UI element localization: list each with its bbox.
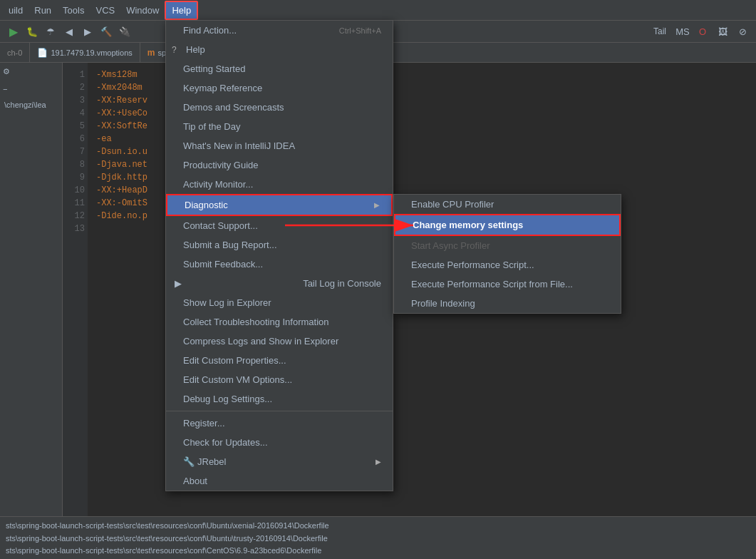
demos-label: Demos and Screencasts xyxy=(183,102,284,113)
submit-feedback-label: Submit Feedback... xyxy=(183,259,263,270)
back-button[interactable]: ◀ xyxy=(61,24,77,39)
help-keymap[interactable]: Keymap Reference xyxy=(166,78,393,98)
menu-build[interactable]: uild xyxy=(3,2,29,19)
help-tip[interactable]: Tip of the Day xyxy=(166,117,393,136)
start-async-label: Start Async Profiler xyxy=(411,240,490,251)
tab-label: 191.7479.19.vmoptions xyxy=(51,48,132,57)
whats-new-label: What's New in IntelliJ IDEA xyxy=(183,140,295,151)
find-action-label: Find Action... xyxy=(183,25,237,36)
jrebel-arrow: ▶ xyxy=(376,458,381,466)
diagnostic-arrow: ▶ xyxy=(374,201,380,209)
breadcrumb-sidebar: \chengzi\lea xyxy=(0,98,62,112)
settings-icon: ⚙ xyxy=(3,67,10,76)
productivity-label: Productivity Guide xyxy=(183,160,259,170)
activity-monitor-label: Activity Monitor... xyxy=(183,179,253,190)
menu-vcs[interactable]: VCS xyxy=(90,2,120,19)
line-numbers: 12345 678910 111213 xyxy=(63,63,88,516)
change-memory-label: Change memory settings xyxy=(413,220,523,230)
sidebar-settings[interactable]: ⚙ xyxy=(0,63,62,81)
help-compress-logs[interactable]: Compress Logs and Show in Explorer xyxy=(166,332,393,351)
menu-window[interactable]: Window xyxy=(120,2,165,19)
jrebel-label: JRebel xyxy=(197,456,226,467)
about-label: About xyxy=(183,476,207,486)
help-edit-vm-options[interactable]: Edit Custom VM Options... xyxy=(166,370,393,389)
tail-button[interactable]: Tail xyxy=(649,24,670,39)
menu-bar: uild Run Tools VCS Window Help xyxy=(0,0,756,20)
tab-ch0[interactable]: ch-0 xyxy=(0,43,30,63)
help-separator xyxy=(166,411,393,411)
execute-perf-label: Execute Performance Script... xyxy=(411,260,534,270)
help-menu: Find Action... Ctrl+Shift+A Help Getting… xyxy=(165,20,393,491)
menu-help[interactable]: Help xyxy=(165,1,198,20)
help-collect-troubleshoot[interactable]: Collect Troubleshooting Information xyxy=(166,312,393,332)
tab-vmoptions-1[interactable]: 📄 191.7479.19.vmoptions xyxy=(30,43,140,63)
help-register[interactable]: Register... xyxy=(166,414,393,433)
coverage-button[interactable]: ☂ xyxy=(43,24,58,39)
debug-button[interactable]: 🐛 xyxy=(24,24,40,39)
tail-log-label: Tail Log in Console xyxy=(303,278,381,289)
disabled-icon[interactable]: ⊘ xyxy=(735,24,750,39)
diag-execute-perf[interactable]: Execute Performance Script... xyxy=(394,255,621,275)
menu-tools[interactable]: Tools xyxy=(57,2,90,19)
sidebar-minus[interactable]: − xyxy=(0,81,62,98)
plugin-button[interactable]: 🔌 xyxy=(117,24,133,39)
profile-indexing-label: Profile Indexing xyxy=(411,298,475,309)
tail-log-arrow: ▶ xyxy=(175,278,182,289)
help-whats-new[interactable]: What's New in IntelliJ IDEA xyxy=(166,136,393,155)
diagnostic-label: Diagnostic xyxy=(185,200,228,210)
help-find-action[interactable]: Find Action... Ctrl+Shift+A xyxy=(166,21,393,40)
debug-log-label: Debug Log Settings... xyxy=(183,394,272,404)
help-productivity[interactable]: Productivity Guide xyxy=(166,155,393,175)
collect-troubleshoot-label: Collect Troubleshooting Information xyxy=(183,317,329,327)
help-tail-log[interactable]: ▶ Tail Log in Console xyxy=(166,274,393,293)
check-updates-label: Check for Updates... xyxy=(183,437,268,448)
build-button[interactable]: 🔨 xyxy=(98,24,114,39)
minus-icon: − xyxy=(3,85,7,93)
tip-label: Tip of the Day xyxy=(183,121,240,132)
status-bar: sts\spring-boot-launch-script-tests\src\… xyxy=(0,516,756,559)
help-activity-monitor[interactable]: Activity Monitor... xyxy=(166,175,393,194)
submit-bug-label: Submit a Bug Report... xyxy=(183,240,277,250)
diag-start-async: Start Async Profiler xyxy=(394,236,621,255)
help-about[interactable]: About xyxy=(166,471,393,491)
status-line-1: sts\spring-boot-launch-script-tests\src\… xyxy=(6,520,750,533)
forward-button[interactable]: ▶ xyxy=(80,24,95,39)
find-action-shortcut: Ctrl+Shift+A xyxy=(339,26,381,35)
diag-execute-perf-file[interactable]: Execute Performance Script from File... xyxy=(394,275,621,294)
office-icon[interactable]: O xyxy=(695,24,710,39)
help-label: Help xyxy=(186,44,205,55)
getting-started-label: Getting Started xyxy=(183,63,245,74)
help-help[interactable]: Help xyxy=(166,40,393,59)
help-diagnostic[interactable]: Diagnostic ▶ xyxy=(166,194,393,216)
diag-enable-cpu[interactable]: Enable CPU Profiler xyxy=(394,195,621,214)
tab-m-icon: m xyxy=(147,48,155,58)
compress-logs-label: Compress Logs and Show in Explorer xyxy=(183,336,338,347)
diag-profile-indexing[interactable]: Profile Indexing xyxy=(394,294,621,313)
help-show-log[interactable]: Show Log in Explorer xyxy=(166,293,393,312)
help-contact-support[interactable]: Contact Support... xyxy=(166,216,393,235)
jrebel-icon: 🔧 xyxy=(183,456,195,467)
help-debug-log[interactable]: Debug Log Settings... xyxy=(166,389,393,409)
keymap-label: Keymap Reference xyxy=(183,83,262,93)
help-submit-feedback[interactable]: Submit Feedback... xyxy=(166,255,393,274)
help-getting-started[interactable]: Getting Started xyxy=(166,59,393,78)
tab-icon: 📄 xyxy=(37,48,48,58)
sidebar: ⚙ − \chengzi\lea xyxy=(0,63,63,516)
image-icon[interactable]: 🖼 xyxy=(715,24,730,39)
show-log-label: Show Log in Explorer xyxy=(183,297,271,308)
execute-perf-file-label: Execute Performance Script from File... xyxy=(411,279,573,289)
menu-run[interactable]: Run xyxy=(29,2,57,19)
diag-change-memory[interactable]: Change memory settings xyxy=(394,214,621,236)
contact-support-label: Contact Support... xyxy=(183,220,258,231)
register-label: Register... xyxy=(183,418,225,429)
help-jrebel[interactable]: 🔧 JRebel ▶ xyxy=(166,452,393,471)
status-line-3: sts\spring-boot-launch-script-tests\src\… xyxy=(6,545,750,558)
ms-icon[interactable]: MS xyxy=(675,24,690,39)
status-line-2: sts\spring-boot-launch-script-tests\src\… xyxy=(6,533,750,545)
help-submit-bug[interactable]: Submit a Bug Report... xyxy=(166,235,393,255)
run-button[interactable]: ▶ xyxy=(6,24,21,39)
help-check-updates[interactable]: Check for Updates... xyxy=(166,433,393,452)
enable-cpu-label: Enable CPU Profiler xyxy=(411,199,494,210)
help-demos[interactable]: Demos and Screencasts xyxy=(166,98,393,117)
help-edit-custom-props[interactable]: Edit Custom Properties... xyxy=(166,351,393,370)
